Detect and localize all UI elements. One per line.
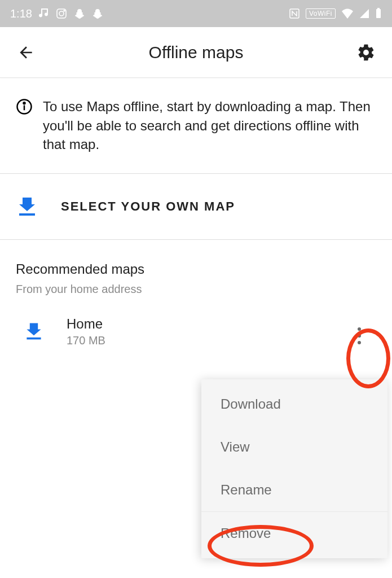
- svg-point-1: [59, 11, 64, 16]
- battery-icon: [375, 8, 382, 19]
- menu-view[interactable]: View: [201, 426, 387, 468]
- download-icon: [23, 322, 45, 341]
- section-subtitle: From your home address: [16, 283, 376, 296]
- svg-rect-10: [27, 338, 41, 340]
- download-icon: [16, 196, 38, 217]
- map-size: 170 MB: [67, 334, 105, 347]
- section-title: Recommended maps: [16, 261, 376, 277]
- select-own-map[interactable]: SELECT YOUR OWN MAP: [0, 174, 392, 240]
- more-dots-icon: [358, 327, 361, 331]
- menu-rename[interactable]: Rename: [201, 468, 387, 511]
- svg-rect-9: [19, 213, 35, 216]
- svg-rect-4: [376, 9, 381, 18]
- status-bar: 1:18 VoWiFi: [0, 0, 392, 27]
- menu-download[interactable]: Download: [201, 383, 387, 426]
- instagram-icon: [56, 8, 67, 19]
- cell-signal-icon: [359, 8, 369, 19]
- status-left: 1:18: [10, 7, 103, 20]
- arrow-left-icon: [17, 43, 35, 62]
- select-map-label: SELECT YOUR OWN MAP: [61, 199, 235, 214]
- info-text: To use Maps offline, start by downloadin…: [43, 97, 376, 154]
- menu-remove[interactable]: Remove: [201, 511, 387, 555]
- map-row-home[interactable]: Home 170 MB: [16, 316, 376, 347]
- context-menu: Download View Rename Remove: [201, 379, 387, 558]
- nfc-icon: [289, 8, 300, 19]
- wifi-icon: [341, 8, 354, 19]
- more-button[interactable]: [348, 322, 371, 350]
- page-title: Offline maps: [36, 43, 356, 62]
- back-button[interactable]: [16, 42, 36, 63]
- gear-icon: [356, 43, 376, 62]
- status-right: VoWiFi: [289, 8, 382, 19]
- map-name: Home: [67, 316, 105, 332]
- app-header: Offline maps: [0, 27, 392, 78]
- snapchat-icon-2: [92, 8, 103, 19]
- info-banner: To use Maps offline, start by downloadin…: [0, 78, 392, 174]
- settings-button[interactable]: [356, 42, 376, 63]
- status-time: 1:18: [10, 7, 32, 20]
- recommended-section: Recommended maps From your home address …: [0, 240, 392, 347]
- snapchat-icon: [74, 8, 85, 19]
- svg-rect-5: [377, 8, 380, 9]
- info-icon: [16, 97, 33, 154]
- vowifi-badge: VoWiFi: [306, 8, 336, 19]
- svg-point-8: [24, 102, 25, 104]
- music-icon: [39, 8, 49, 19]
- map-info: Home 170 MB: [67, 316, 105, 347]
- svg-point-2: [64, 10, 65, 11]
